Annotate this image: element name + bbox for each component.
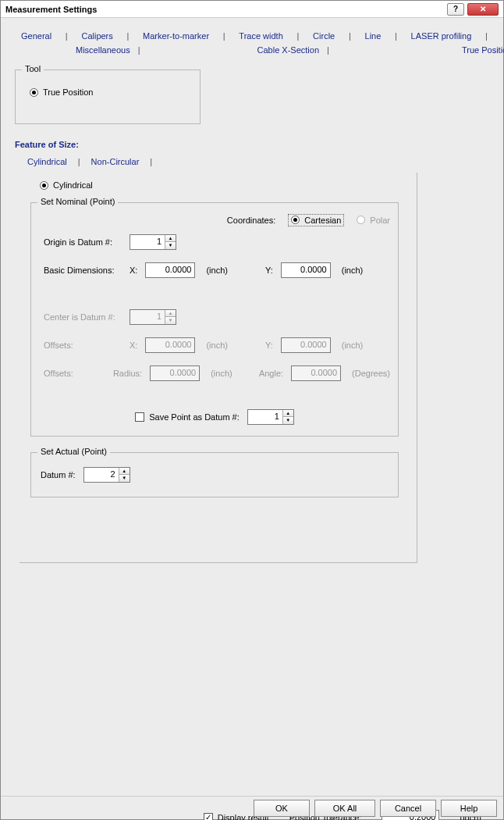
actual-datum-label: Datum #: [41,470,76,480]
feature-subtabs: Cylindrical| Non-Circular| [12,154,492,168]
basic-x-field[interactable]: 0.0000 [145,262,195,278]
tab-marker-to-marker[interactable]: Marker-to-marker [137,29,215,43]
radius-field: 0.0000 [150,365,200,381]
spin-down-icon: ▼ [165,316,176,324]
origin-datum-field[interactable]: 1 ▲▼ [130,234,176,250]
cylindrical-panel: Cylindrical Set Nominal (Point) Coordina… [20,173,417,563]
spin-down-icon[interactable]: ▼ [283,416,293,424]
tool-group: Tool True Position [15,70,201,124]
titlebar: Measurement Settings ? ✕ [1,1,503,18]
spin-up-icon[interactable]: ▲ [165,235,176,242]
cartesian-radio[interactable]: Cartesian [288,214,344,226]
subtab-non-circular[interactable]: Non-Circular [83,157,147,166]
angle-field: 0.0000 [291,365,341,381]
tab-line[interactable]: Line [359,29,388,43]
spin-down-icon[interactable]: ▼ [165,241,176,249]
tab-miscellaneous[interactable]: Miscellaneous [69,43,137,57]
tab-trace-width[interactable]: Trace width [232,29,289,43]
basic-y-field[interactable]: 0.0000 [281,262,331,278]
radius-label: Radius: [113,369,142,378]
dialog-footer: OK OK All Cancel Help [1,796,503,819]
tab-laser-profiling[interactable]: LASER profiling [405,29,478,43]
content-area: Cylindrical Set Nominal (Point) Coordina… [12,173,492,563]
dialog-window: Measurement Settings ? ✕ General| Calipe… [0,0,504,820]
spin-up-icon: ▲ [165,310,176,317]
subtab-cylindrical[interactable]: Cylindrical [20,157,75,166]
set-actual-group: Set Actual (Point) Datum #: 2 ▲▼ [30,452,399,497]
radio-dot-icon [30,88,38,97]
origin-datum-label: Origin is Datum #: [44,237,122,247]
titlebar-help-button[interactable]: ? [447,3,464,16]
spin-up-icon[interactable]: ▲ [283,410,293,417]
window-title: Measurement Settings [5,5,447,14]
tool-true-position-radio[interactable]: True Position [30,87,93,97]
titlebar-close-button[interactable]: ✕ [467,3,499,16]
save-point-datum-field[interactable]: 1 ▲▼ [247,409,294,425]
set-nominal-group: Set Nominal (Point) Coordinates: Cartesi… [30,202,399,437]
tab-strip: General| Calipers| Marker-to-marker| Tra… [12,26,492,59]
tab-true-position[interactable]: True Position [456,43,504,57]
offset-x-field: 0.0000 [145,337,195,353]
coordinates-label: Coordinates: [227,216,275,225]
tab-general[interactable]: General [15,29,58,43]
tab-calipers[interactable]: Calipers [75,29,119,43]
save-point-as-datum-check[interactable]: Save Point as Datum #: [135,412,240,422]
radio-dot-icon [291,216,300,224]
set-actual-legend: Set Actual (Point) [37,447,110,456]
spin-up-icon[interactable]: ▲ [119,468,130,475]
x-unit: (inch) [206,266,228,275]
cylindrical-radio[interactable]: Cylindrical [40,180,93,190]
checkbox-icon [135,412,144,422]
center-datum-field: 1 ▲▼ [130,309,176,325]
y-unit: (inch) [342,266,364,275]
feature-of-size-header: Feature of Size: [15,140,492,149]
offset-y-field: 0.0000 [281,337,331,353]
help-button[interactable]: Help [441,800,497,817]
content: General| Calipers| Marker-to-marker| Tra… [1,18,503,563]
x-label: X: [130,266,137,275]
tab-circle[interactable]: Circle [307,29,341,43]
tab-cable-x-section[interactable]: Cable X-Section [251,43,326,57]
radio-dot-icon [40,181,48,190]
radio-dot-icon [357,216,365,224]
actual-datum-field[interactable]: 2 ▲▼ [83,467,130,483]
y-label: Y: [265,266,273,275]
set-nominal-legend: Set Nominal (Point) [37,197,118,206]
ok-button[interactable]: OK [254,800,310,817]
polar-radio[interactable]: Polar [357,216,390,225]
cancel-button[interactable]: Cancel [380,800,436,817]
spin-down-icon[interactable]: ▼ [119,474,130,482]
basic-dimensions-label: Basic Dimensions: [44,266,122,275]
tool-group-legend: Tool [22,64,44,73]
offsets2-label: Offsets: [44,369,105,378]
ok-all-button[interactable]: OK All [314,800,375,817]
offsets-label: Offsets: [44,340,122,350]
center-datum-label: Center is Datum #: [44,312,122,322]
angle-label: Angle: [259,369,283,378]
